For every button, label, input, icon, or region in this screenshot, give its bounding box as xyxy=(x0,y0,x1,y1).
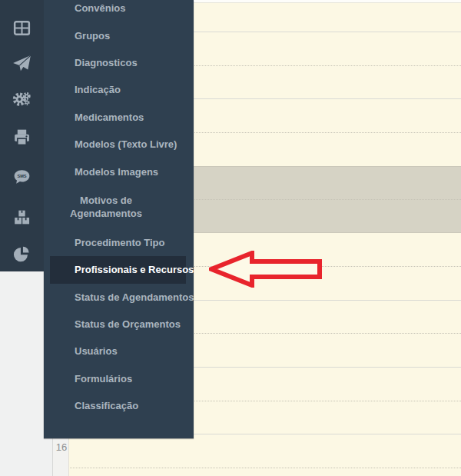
settings-submenu: ConvêniosGruposDiagnosticosIndicaçãoMedi… xyxy=(44,0,194,438)
paper-plane-icon[interactable] xyxy=(12,53,32,74)
submenu-list: ConvêniosGruposDiagnosticosIndicaçãoMedi… xyxy=(44,0,194,419)
menu-item-classificacao[interactable]: Classificação xyxy=(44,392,194,419)
menu-item-motivos-de-agendamentos[interactable]: Motivos deAgendamentos xyxy=(44,185,194,229)
menu-item-indicacao[interactable]: Indicação xyxy=(44,76,194,103)
icon-sidebar: SMS xyxy=(0,0,44,271)
app-root: 16 ConvêniosGruposDiagnosticosIndicaçãoM… xyxy=(0,0,461,476)
boxes-icon[interactable] xyxy=(12,207,32,228)
menu-item-label: Motivos de xyxy=(63,194,149,208)
printer-icon[interactable] xyxy=(12,127,32,148)
menu-item-label: Agendamentos xyxy=(63,207,149,221)
menu-item-diagnosticos[interactable]: Diagnosticos xyxy=(44,49,194,76)
sms-comment-icon[interactable]: SMS xyxy=(12,167,32,188)
half-hour-grid-line xyxy=(52,468,461,468)
menu-item-grupos[interactable]: Grupos xyxy=(44,22,194,48)
menu-item-modelos-imagens[interactable]: Modelos Imagens xyxy=(44,158,194,185)
hour-label: 16 xyxy=(53,441,70,453)
menu-item-modelos-texto-livre[interactable]: Modelos (Texto Livre) xyxy=(44,131,194,158)
menu-item-status-de-orcamentos[interactable]: Status de Orçamentos xyxy=(44,311,194,338)
annotation-arrow-left-icon xyxy=(209,251,323,288)
menu-item-convenios[interactable]: Convênios xyxy=(44,0,194,22)
menu-item-procedimento-tipo[interactable]: Procedimento Tipo xyxy=(44,229,194,256)
table-icon[interactable] xyxy=(12,18,32,38)
menu-item-medicamentos[interactable]: Medicamentos xyxy=(44,104,194,131)
menu-item-status-de-agendamentos[interactable]: Status de Agendamentos xyxy=(44,284,194,311)
gears-icon[interactable] xyxy=(12,88,32,109)
svg-text:SMS: SMS xyxy=(17,174,26,178)
menu-item-profissionais-e-recursos[interactable]: Profissionais e Recursos xyxy=(50,256,186,283)
pie-chart-icon[interactable] xyxy=(12,244,32,265)
menu-item-formularios[interactable]: Formulários xyxy=(44,365,194,392)
menu-item-usuarios[interactable]: Usuários xyxy=(44,338,194,364)
